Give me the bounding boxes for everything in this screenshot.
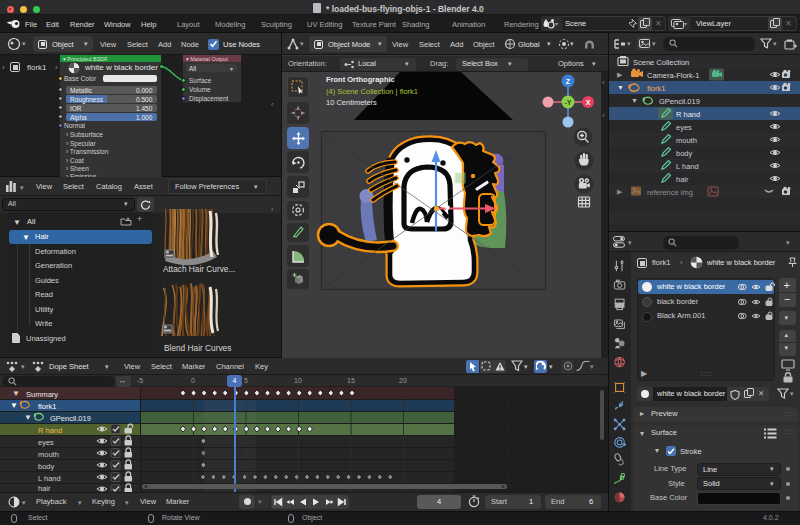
svg-text:GPencil.019: GPencil.019 [50, 414, 91, 423]
svg-text:Z: Z [566, 78, 571, 85]
svg-text:▼: ▼ [617, 84, 624, 91]
svg-text:▼: ▼ [12, 389, 20, 398]
svg-text:hair: hair [38, 484, 51, 492]
svg-text:▶: ▶ [617, 188, 623, 195]
svg-text:▶: ▶ [617, 71, 623, 78]
svg-text:L hand: L hand [38, 474, 61, 483]
svg-text:‹: ‹ [602, 78, 605, 87]
svg-text:Camera-Flork-1: Camera-Flork-1 [647, 71, 700, 80]
svg-text:flork1: flork1 [647, 84, 665, 93]
svg-text:Scene Collection: Scene Collection [633, 58, 689, 67]
svg-text:R hand: R hand [676, 110, 700, 119]
svg-text:Summary: Summary [26, 390, 58, 399]
svg-text:▼: ▼ [10, 401, 18, 410]
svg-text:‹: ‹ [602, 111, 605, 120]
svg-text:mouth: mouth [676, 136, 697, 145]
svg-text:GPencil.019: GPencil.019 [659, 97, 700, 106]
svg-text:R hand: R hand [38, 426, 62, 435]
svg-text:X: X [586, 99, 591, 106]
svg-text:L hand: L hand [676, 162, 699, 171]
svg-text:eyes: eyes [676, 123, 692, 132]
svg-text:flork1: flork1 [38, 402, 56, 411]
svg-text:body: body [38, 462, 55, 471]
svg-text:▼: ▼ [24, 413, 32, 422]
svg-text:reference img: reference img [647, 188, 693, 197]
svg-text:-Y: -Y [565, 99, 572, 106]
svg-text:eyes: eyes [38, 438, 54, 447]
svg-text:body: body [676, 149, 693, 158]
svg-text:hair: hair [676, 175, 689, 184]
svg-text:mouth: mouth [38, 450, 59, 459]
svg-text:▼: ▼ [631, 97, 638, 104]
